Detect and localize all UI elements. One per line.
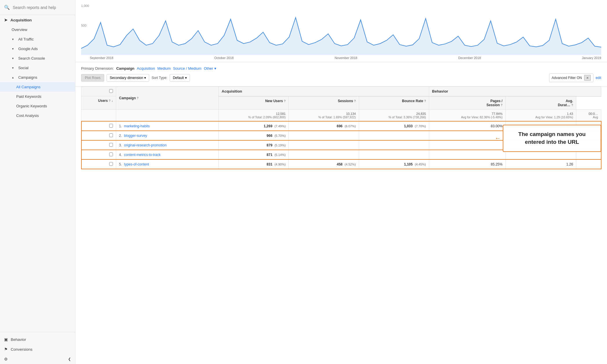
row-users: 831 (4.90%) bbox=[219, 159, 289, 169]
select-all-checkbox[interactable] bbox=[109, 89, 113, 93]
row-sessions bbox=[359, 131, 429, 140]
search-bar[interactable]: 🔍 bbox=[0, 0, 75, 15]
users-header[interactable]: Users ? ↓ bbox=[81, 96, 116, 110]
campaign-link[interactable]: blogger-survey bbox=[124, 134, 147, 138]
row-num: 1. bbox=[119, 124, 122, 128]
sidebar-item-settings[interactable]: ⚙ ❮ bbox=[0, 354, 75, 364]
filter-edit-link[interactable]: edit bbox=[596, 76, 601, 80]
sidebar-item-search-console[interactable]: ▼ Search Console bbox=[0, 54, 75, 63]
campaign-link[interactable]: marketing-habits bbox=[124, 124, 150, 128]
conversions-icon: ⚑ bbox=[4, 347, 8, 352]
secondary-dimension-button[interactable]: Secondary dimension ▾ bbox=[107, 74, 149, 82]
sidebar-item-all-traffic[interactable]: ▼ All Traffic bbox=[0, 34, 75, 44]
campaign-link[interactable]: types-of-content bbox=[124, 162, 149, 166]
row-num: 4. bbox=[119, 153, 122, 157]
filter-clear-button[interactable]: × bbox=[584, 75, 590, 81]
plot-rows-button[interactable]: Plot Rows bbox=[81, 74, 104, 82]
row-new-users bbox=[289, 131, 359, 140]
select-all-header[interactable] bbox=[81, 87, 116, 96]
chart-area: 1,000 500 September 2018 October 2018 No… bbox=[75, 0, 607, 62]
sidebar-item-campaigns[interactable]: ▲ Campaigns bbox=[0, 73, 75, 82]
bounce-rate-header[interactable]: Bounce Rate ? bbox=[359, 96, 429, 110]
row-users: 966 (5.70%) bbox=[219, 131, 289, 140]
sidebar-item-behavior[interactable]: ▣ Behavior bbox=[0, 334, 75, 344]
sort-type-label: Sort Type: bbox=[151, 76, 167, 80]
sidebar-item-social[interactable]: ▼ Social bbox=[0, 63, 75, 73]
sidebar: 🔍 ➤ Acquisition Overview ▼ All Traffic ▼… bbox=[0, 0, 75, 364]
filter-box: Advanced Filter ON × bbox=[549, 73, 593, 82]
new-users-header[interactable]: New Users ? bbox=[219, 96, 289, 110]
sidebar-item-conversions[interactable]: ⚑ Conversions bbox=[0, 344, 75, 354]
primary-dimension-row: Primary Dimension: Campaign Acquisition … bbox=[81, 66, 601, 71]
row-bounce-rate: 85.25% bbox=[429, 159, 505, 169]
dim-medium-link[interactable]: Medium bbox=[157, 66, 171, 71]
avg-duration-header[interactable]: Avg.Durat… ? bbox=[506, 96, 576, 110]
total-bounce-rate-sub: Avg for View: 82.36% (-5.48%) bbox=[432, 115, 502, 119]
settings-icon: ⚙ bbox=[4, 357, 8, 361]
sidebar-item-overview[interactable]: Overview bbox=[0, 25, 75, 34]
row-checkbox[interactable] bbox=[109, 133, 113, 137]
dim-source-link[interactable]: Acquisition bbox=[137, 66, 155, 71]
chart-svg bbox=[81, 3, 601, 55]
row-bounce-rate: 83.00% bbox=[429, 121, 505, 131]
row-users: 879 (5.19%) bbox=[219, 140, 289, 150]
row-checkbox[interactable] bbox=[109, 152, 113, 156]
row-checkbox[interactable] bbox=[109, 124, 113, 128]
row-new-users: 696 (6.07%) bbox=[289, 121, 359, 131]
row-campaign-cell: 2. blogger-survey bbox=[116, 131, 219, 140]
annotation-arrow-icon: ← bbox=[495, 134, 501, 143]
sessions-header[interactable]: Sessions ? bbox=[289, 96, 359, 110]
row-new-users: 458 (4.52%) bbox=[289, 159, 359, 169]
total-sessions: 24,835 bbox=[362, 112, 426, 115]
dim-other-link[interactable]: Other ▾ bbox=[204, 66, 216, 71]
chevron-icon: ▼ bbox=[12, 57, 14, 60]
row-num: 5. bbox=[119, 162, 122, 166]
row-campaign-cell: 4. content-metrics-to-track bbox=[116, 150, 219, 159]
row-sessions bbox=[359, 150, 429, 159]
filter-label: Advanced Filter ON bbox=[552, 76, 582, 80]
total-users: 12,581 bbox=[222, 112, 286, 115]
chart-container: 1,000 500 bbox=[81, 3, 601, 55]
main-content: 1,000 500 September 2018 October 2018 No… bbox=[75, 0, 607, 364]
row-bounce-rate bbox=[429, 131, 505, 140]
row-avg-duration bbox=[576, 159, 601, 169]
sort-type-default-button[interactable]: Default ▾ bbox=[170, 74, 190, 82]
row-sessions: 1,105 (4.45%) bbox=[359, 159, 429, 169]
row-campaign-cell: 1. marketing-habits bbox=[116, 121, 219, 131]
totals-row: 12,581 % of Total: 2.09% (602,800) 10,13… bbox=[81, 109, 601, 121]
dim-source-medium-link[interactable]: Source / Medium bbox=[173, 66, 201, 71]
y-label-500: 500 bbox=[81, 24, 86, 27]
total-sessions-sub: % of Total: 3.36% (738,266) bbox=[362, 115, 426, 119]
row-checkbox-cell[interactable] bbox=[81, 159, 116, 169]
sidebar-item-organic-keywords[interactable]: Organic Keywords bbox=[0, 101, 75, 111]
row-new-users bbox=[289, 150, 359, 159]
annotation-box: ← The campaign names you entered into th… bbox=[503, 125, 601, 152]
row-checkbox-cell[interactable] bbox=[81, 121, 116, 131]
sidebar-item-google-ads[interactable]: ▼ Google Ads bbox=[0, 44, 75, 54]
sidebar-item-cost-analysis[interactable]: Cost Analysis bbox=[0, 111, 75, 120]
toolbar: Primary Dimension: Campaign Acquisition … bbox=[75, 62, 607, 87]
table-wrapper: Campaign ? Acquisition Behavior Users ? … bbox=[75, 87, 607, 169]
total-pages-session-sub: Avg for View: 1.29 (10.65%) bbox=[509, 115, 573, 119]
campaign-link[interactable]: original-research-promotion bbox=[124, 143, 167, 147]
row-checkbox-cell[interactable] bbox=[81, 140, 116, 150]
search-icon: 🔍 bbox=[4, 5, 10, 10]
chevron-icon: ▼ bbox=[12, 67, 14, 69]
row-checkbox-cell[interactable] bbox=[81, 150, 116, 159]
search-input[interactable] bbox=[13, 5, 71, 10]
sidebar-item-paid-keywords[interactable]: Paid Keywords bbox=[0, 92, 75, 101]
behavior-icon: ▣ bbox=[4, 337, 8, 342]
sidebar-item-all-campaigns[interactable]: All Campaigns bbox=[0, 82, 75, 92]
row-checkbox[interactable] bbox=[109, 162, 113, 166]
acquisition-icon: ➤ bbox=[4, 18, 8, 22]
row-checkbox[interactable] bbox=[109, 143, 113, 147]
pages-session-header[interactable]: Pages /Session ? bbox=[429, 96, 505, 110]
total-avg-duration-sub: Avg bbox=[579, 115, 598, 119]
campaign-link[interactable]: content-metrics-to-track bbox=[124, 153, 160, 157]
svg-marker-0 bbox=[81, 18, 601, 55]
row-checkbox-cell[interactable] bbox=[81, 131, 116, 140]
total-bounce-rate: 77.84% bbox=[432, 112, 502, 115]
behavior-group-header: Behavior bbox=[429, 87, 601, 96]
sidebar-item-acquisition[interactable]: ➤ Acquisition bbox=[0, 15, 75, 25]
table-row: 5. types-of-content 831 (4.90%) 458 (4.5… bbox=[81, 159, 601, 169]
